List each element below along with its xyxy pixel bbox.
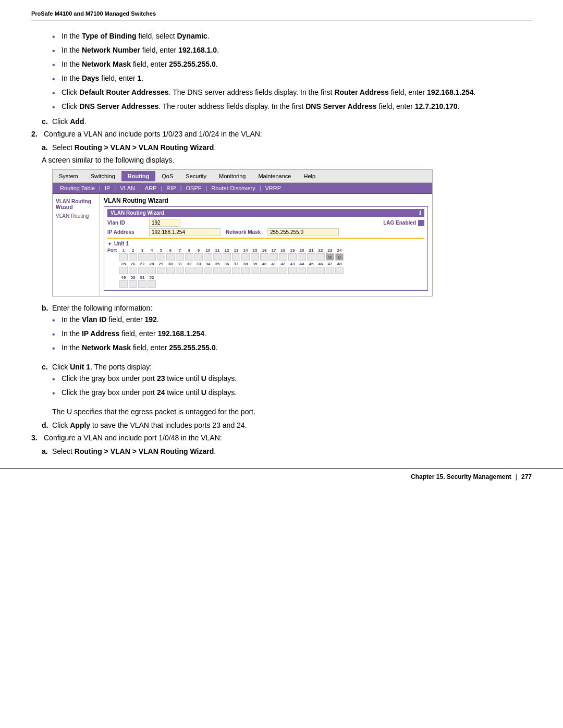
port-48[interactable] xyxy=(335,267,344,274)
port-35[interactable] xyxy=(213,267,222,274)
step-2d-label: d. xyxy=(42,421,52,429)
nav-qos[interactable]: QoS xyxy=(155,171,179,181)
ui-main: VLAN Routing Wizard VLAN Routing Wizard … xyxy=(100,194,432,296)
ip-address-input[interactable] xyxy=(149,228,221,236)
lag-checkbox[interactable] xyxy=(418,220,424,226)
port-27[interactable] xyxy=(138,267,146,274)
port-34[interactable] xyxy=(204,267,212,274)
port-15[interactable] xyxy=(251,253,259,261)
lag-label: LAG Enabled xyxy=(383,220,416,226)
port-2[interactable] xyxy=(129,253,137,261)
port-43[interactable] xyxy=(288,267,297,274)
subnav-ospf[interactable]: OSPF xyxy=(183,184,205,192)
port-10[interactable] xyxy=(204,253,212,261)
nav-monitoring[interactable]: Monitoring xyxy=(213,171,252,181)
step-2a: a. Select Routing > VLAN > VLAN Routing … xyxy=(42,143,532,152)
port-46[interactable] xyxy=(316,267,325,274)
port-45[interactable] xyxy=(307,267,315,274)
port-25[interactable] xyxy=(119,267,128,274)
network-mask-input[interactable] xyxy=(267,228,339,236)
step-2a-label: a. xyxy=(42,143,52,152)
bullet-vlanid: In the Vlan ID field, enter 192. xyxy=(52,314,218,325)
subnav-routing-table[interactable]: Routing Table xyxy=(57,184,98,192)
subnav-vlan[interactable]: VLAN xyxy=(117,184,138,192)
port-16[interactable] xyxy=(260,253,268,261)
step-3a-text: Select Routing > VLAN > VLAN Routing Wiz… xyxy=(52,447,216,455)
port-18[interactable] xyxy=(279,253,287,261)
port-29[interactable] xyxy=(157,267,165,274)
port-50[interactable] xyxy=(129,280,137,288)
port-41[interactable] xyxy=(270,267,278,274)
port-33[interactable] xyxy=(194,267,203,274)
u-spec-text: The U specifies that the egress packet i… xyxy=(52,408,532,416)
port-38[interactable] xyxy=(241,267,250,274)
port-21[interactable] xyxy=(307,253,315,261)
subnav-ip[interactable]: IP xyxy=(102,184,113,192)
port-31[interactable] xyxy=(176,267,184,274)
subnav-vrrp[interactable]: VRRP xyxy=(262,184,285,192)
ui-sub-nav: Routing Table | IP | VLAN | ARP | RIP | … xyxy=(53,183,432,194)
port-32[interactable] xyxy=(185,267,193,274)
port-19[interactable] xyxy=(288,253,297,261)
port-13[interactable] xyxy=(232,253,240,261)
nav-help[interactable]: Help xyxy=(297,171,322,181)
port-36[interactable] xyxy=(223,267,231,274)
sidebar-vlan-routing-wizard[interactable]: VLAN Routing Wizard xyxy=(53,197,99,212)
port-1[interactable] xyxy=(119,253,128,261)
bullet-port23: Click the gray box under port 23 twice u… xyxy=(52,373,237,384)
port-47[interactable] xyxy=(326,267,334,274)
ui-inner-title: VLAN Routing Wizard ℹ xyxy=(107,209,424,217)
subnav-router-discovery[interactable]: Router Discovery xyxy=(208,184,258,192)
vlan-id-input[interactable] xyxy=(149,219,180,227)
port-6[interactable] xyxy=(166,253,175,261)
port-37[interactable] xyxy=(232,267,240,274)
nav-switching[interactable]: Switching xyxy=(84,171,121,181)
port-39[interactable] xyxy=(251,267,259,274)
bullet-4: In the Days field, enter 1. xyxy=(52,73,532,84)
ui-inner-box: VLAN Routing Wizard ℹ Vlan ID LAG Enable… xyxy=(104,206,428,291)
sidebar-vlan-routing[interactable]: VLAN Routing xyxy=(53,212,99,220)
port-4[interactable] xyxy=(148,253,156,261)
port-23[interactable]: U xyxy=(326,253,334,261)
port-20[interactable] xyxy=(298,253,306,261)
inner-title-text: VLAN Routing Wizard xyxy=(111,210,164,216)
port-24[interactable]: U xyxy=(335,253,344,261)
port-44[interactable] xyxy=(298,267,306,274)
nav-security[interactable]: Security xyxy=(179,171,213,181)
footer-pipe: | xyxy=(516,473,517,480)
port-49[interactable] xyxy=(119,280,128,288)
nav-routing[interactable]: Routing xyxy=(121,171,156,181)
port-52[interactable] xyxy=(148,280,156,288)
port-11[interactable] xyxy=(213,253,222,261)
ui-content: VLAN Routing Wizard VLAN Routing VLAN Ro… xyxy=(53,194,432,296)
nav-system[interactable]: System xyxy=(53,171,84,181)
port-14[interactable] xyxy=(241,253,250,261)
subnav-arp[interactable]: ARP xyxy=(142,184,160,192)
nav-maintenance[interactable]: Maintenance xyxy=(252,171,297,181)
port-8[interactable] xyxy=(185,253,193,261)
step-2c: c. Click Unit 1. The ports display: Clic… xyxy=(42,363,532,403)
top-bullet-list: In the Type of Binding field, select Dyn… xyxy=(52,31,532,112)
ui-screenshot: System Switching Routing QoS Security Mo… xyxy=(52,169,433,297)
port-12[interactable] xyxy=(223,253,231,261)
port-51[interactable] xyxy=(138,280,146,288)
port-5[interactable] xyxy=(157,253,165,261)
port-42[interactable] xyxy=(279,267,287,274)
port-17[interactable] xyxy=(270,253,278,261)
port-30[interactable] xyxy=(166,267,175,274)
step-2d: d. Click Apply to save the VLAN that inc… xyxy=(42,421,532,429)
port-9[interactable] xyxy=(194,253,203,261)
port-40[interactable] xyxy=(260,267,268,274)
step-2a-text: Select Routing > VLAN > VLAN Routing Wiz… xyxy=(52,143,216,152)
port-7[interactable] xyxy=(176,253,184,261)
step-2d-text: Click Apply to save the VLAN that includ… xyxy=(52,421,247,429)
ip-row: IP Address Network Mask xyxy=(107,228,424,236)
subnav-rip[interactable]: RIP xyxy=(163,184,179,192)
port-22[interactable] xyxy=(316,253,325,261)
port-28[interactable] xyxy=(148,267,156,274)
port-26[interactable] xyxy=(129,267,137,274)
port-3[interactable] xyxy=(138,253,146,261)
network-mask-label: Network Mask xyxy=(226,229,267,235)
unit-label: ▼ Unit 1 xyxy=(107,241,424,246)
port-cells-row3 xyxy=(107,280,424,288)
